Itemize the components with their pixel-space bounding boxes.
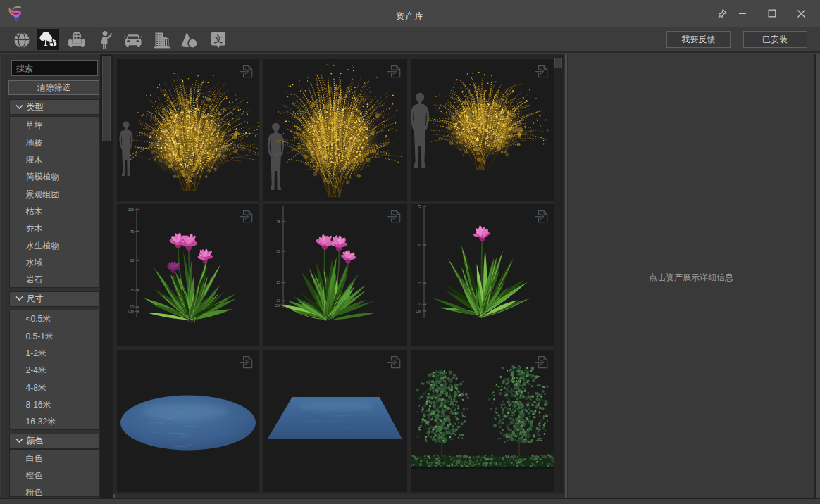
svg-text:CM: CM xyxy=(275,303,280,308)
svg-text:文: 文 xyxy=(213,34,223,44)
svg-text:100: 100 xyxy=(128,208,135,212)
svg-text:25: 25 xyxy=(276,280,280,284)
svg-text:25: 25 xyxy=(130,288,134,292)
svg-text:50: 50 xyxy=(417,243,421,247)
svg-text:10: 10 xyxy=(130,305,134,309)
svg-text:50: 50 xyxy=(276,249,280,253)
svg-text:10: 10 xyxy=(417,302,421,306)
svg-text:CM: CM xyxy=(128,309,134,313)
svg-text:75: 75 xyxy=(276,220,280,224)
svg-text:10: 10 xyxy=(276,298,280,303)
svg-text:50: 50 xyxy=(130,258,134,263)
svg-text:75: 75 xyxy=(417,204,421,208)
svg-text:CM: CM xyxy=(416,309,421,313)
svg-text:25: 25 xyxy=(417,281,421,285)
svg-text:75: 75 xyxy=(130,229,134,234)
